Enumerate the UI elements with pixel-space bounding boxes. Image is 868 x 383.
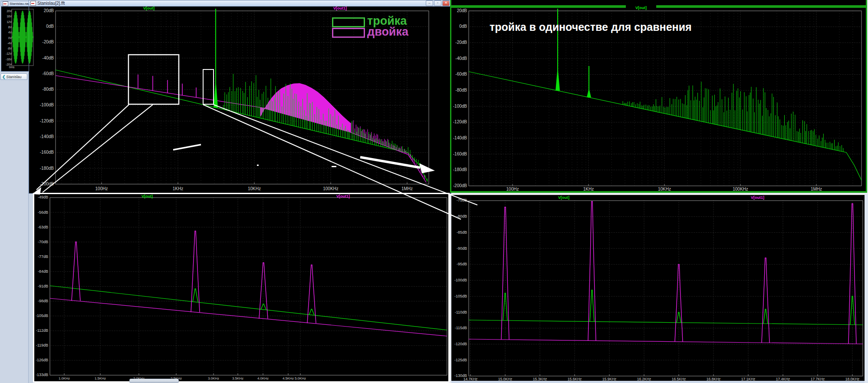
zoom-low-trace2-label: V[out1]: [336, 194, 350, 198]
right-edge-strip: [865, 194, 868, 383]
zoom-15k-plot-area[interactable]: [469, 201, 863, 376]
app-icon: [30, 1, 36, 6]
side-panel: [0, 73, 29, 383]
main-trace1-label: V[out]: [143, 6, 155, 10]
troika-annotation: тройка в одиночестве для сравнения: [490, 21, 692, 33]
maximize-button[interactable]: ▫: [434, 0, 441, 6]
legend-swatch-dvoika: [332, 28, 365, 38]
close-button[interactable]: ✕: [442, 0, 450, 6]
fft-window-titlebar[interactable]: Stanislau[2].fft – ▫ ✕: [29, 0, 451, 7]
side-panel-tab[interactable]: ❮ Stanislau: [0, 73, 27, 80]
fft-window-title: Stanislau[2].fft: [37, 1, 65, 6]
troika-trace-chip: V[out]: [626, 3, 656, 10]
side-panel-tab-label: Stanislau: [7, 75, 22, 79]
app-screen: ❮ Stanislau Stanislau.raw Stanislau[2].f…: [0, 0, 868, 383]
chevron-left-icon: ❮: [2, 75, 6, 79]
troika-trace1-label: V[out]: [635, 6, 647, 10]
zoom-15k-trace2-label: V[out1]: [751, 195, 764, 200]
waveform-window-title: Stanislau.raw: [10, 2, 30, 6]
zoom-low-plot-area[interactable]: [50, 198, 447, 375]
troika-plot-top-band: [450, 5, 867, 8]
zoom-low-trace1-label: V[out]: [141, 194, 153, 198]
bottom-edge-strip: [451, 381, 868, 383]
legend-swatch-troika: [332, 17, 365, 27]
legend-label-dvoika: двойка: [367, 26, 408, 38]
main-trace2-label: V[out1]: [333, 6, 347, 10]
app-icon: [3, 1, 8, 6]
horizontal-scrollbar-thumb[interactable]: [129, 379, 179, 383]
troika-plot-area[interactable]: [469, 11, 861, 186]
zoom-15k-trace1-label: V[out]: [558, 195, 569, 200]
minimize-button[interactable]: –: [426, 0, 433, 6]
